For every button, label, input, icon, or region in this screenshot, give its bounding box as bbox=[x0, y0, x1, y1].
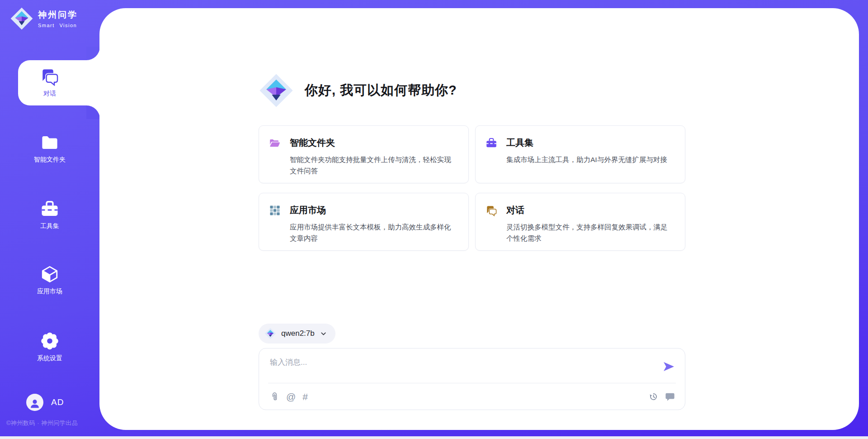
brand-subtitle: Smart Vision bbox=[38, 23, 78, 28]
cube-icon bbox=[40, 265, 59, 284]
card-header: 智能文件夹 bbox=[269, 137, 458, 149]
greeting: 你好, 我可以如何帮助你? bbox=[259, 73, 457, 108]
card-header: 工具集 bbox=[486, 137, 674, 149]
card-description: 智能文件夹功能支持批量文件上传与清洗，轻松实现文件问答 bbox=[290, 154, 458, 177]
main-panel: 你好, 我可以如何帮助你? 智能文件夹 智能文件夹功能支持批量文件上传与清洗，轻… bbox=[99, 8, 859, 430]
user-icon bbox=[29, 398, 41, 410]
sidebar-item-label: 应用市场 bbox=[0, 287, 99, 296]
card-header: 应用市场 bbox=[269, 204, 458, 216]
mention-button[interactable]: @ bbox=[286, 392, 296, 401]
brand-title: 神州问学 bbox=[38, 9, 78, 21]
sidebar-item-label: 智能文件夹 bbox=[0, 156, 99, 164]
at-icon: @ bbox=[286, 392, 296, 401]
card-smart-folder[interactable]: 智能文件夹 智能文件夹功能支持批量文件上传与清洗，轻松实现文件问答 bbox=[259, 125, 469, 183]
chat-icon bbox=[40, 67, 59, 86]
model-selector[interactable]: qwen2:7b bbox=[259, 324, 335, 344]
sidebar-item-app-market[interactable]: 应用市场 bbox=[0, 265, 99, 296]
brand-logo-icon bbox=[10, 7, 33, 30]
sidebar-item-label: 系统设置 bbox=[0, 354, 99, 363]
grid-icon bbox=[269, 205, 281, 216]
sidebar-item-chat[interactable]: 对话 bbox=[0, 67, 99, 98]
sidebar-item-smart-folder[interactable]: 智能文件夹 bbox=[0, 133, 99, 164]
card-app-market[interactable]: 应用市场 应用市场提供丰富长文本模板，助力高效生成多样化文章内容 bbox=[259, 193, 469, 251]
card-title: 智能文件夹 bbox=[290, 137, 335, 149]
tab-notch-bottom bbox=[86, 105, 100, 119]
card-title: 对话 bbox=[506, 204, 524, 216]
history-icon bbox=[649, 392, 658, 401]
toolbox-icon bbox=[486, 137, 497, 149]
greeting-text: 你好, 我可以如何帮助你? bbox=[305, 81, 457, 100]
user-name: AD bbox=[51, 397, 64, 407]
paperclip-icon bbox=[270, 392, 279, 401]
attach-button[interactable] bbox=[270, 392, 279, 401]
copyright-text: ©神州数码 · 神州问学出品 bbox=[6, 419, 78, 427]
feedback-button[interactable] bbox=[665, 391, 675, 401]
avatar[interactable] bbox=[26, 394, 43, 411]
card-chat[interactable]: 对话 灵活切换多模型文件，支持多样回复效果调试，满足个性化需求 bbox=[475, 193, 685, 251]
feature-cards: 智能文件夹 智能文件夹功能支持批量文件上传与清洗，轻松实现文件问答 工具集 集成… bbox=[259, 125, 685, 251]
send-button[interactable] bbox=[662, 360, 675, 373]
folder-icon bbox=[40, 133, 59, 152]
model-name: qwen2:7b bbox=[281, 329, 315, 338]
history-button[interactable] bbox=[649, 392, 658, 401]
user-account[interactable]: AD bbox=[26, 394, 64, 411]
chevron-down-icon bbox=[320, 330, 327, 338]
model-logo-icon bbox=[264, 328, 276, 339]
card-toolset[interactable]: 工具集 集成市场上主流工具，助力AI与外界无缝扩展与对接 bbox=[475, 125, 685, 183]
topic-button[interactable]: # bbox=[302, 392, 308, 401]
sidebar-item-label: 工具集 bbox=[0, 222, 99, 230]
message-composer: @ # bbox=[259, 348, 685, 410]
brand: 神州问学 Smart Vision bbox=[10, 7, 78, 30]
card-title: 应用市场 bbox=[290, 204, 326, 216]
composer-toolbar: @ # bbox=[270, 387, 675, 406]
card-description: 集成市场上主流工具，助力AI与外界无缝扩展与对接 bbox=[506, 154, 674, 165]
toolbox-icon bbox=[40, 200, 59, 219]
window-bottom-edge bbox=[0, 436, 868, 439]
card-description: 应用市场提供丰富长文本模板，助力高效生成多样化文章内容 bbox=[290, 221, 458, 244]
folder-open-icon bbox=[269, 137, 281, 149]
sidebar-item-label: 对话 bbox=[0, 90, 99, 98]
tab-notch-top bbox=[86, 47, 100, 60]
chat-icon bbox=[486, 205, 497, 216]
hash-icon: # bbox=[302, 392, 308, 401]
assistant-logo-icon bbox=[259, 73, 294, 108]
card-title: 工具集 bbox=[506, 137, 533, 149]
card-description: 灵活切换多模型文件，支持多样回复效果调试，满足个性化需求 bbox=[506, 221, 674, 244]
sidebar-item-settings[interactable]: 系统设置 bbox=[0, 331, 99, 363]
card-header: 对话 bbox=[486, 204, 674, 216]
message-input[interactable] bbox=[270, 356, 650, 369]
gear-icon bbox=[40, 331, 60, 351]
sidebar-item-toolset[interactable]: 工具集 bbox=[0, 200, 99, 230]
composer-divider bbox=[268, 383, 676, 383]
chat-bubble-icon bbox=[665, 391, 675, 401]
brand-text: 神州问学 Smart Vision bbox=[38, 9, 78, 28]
